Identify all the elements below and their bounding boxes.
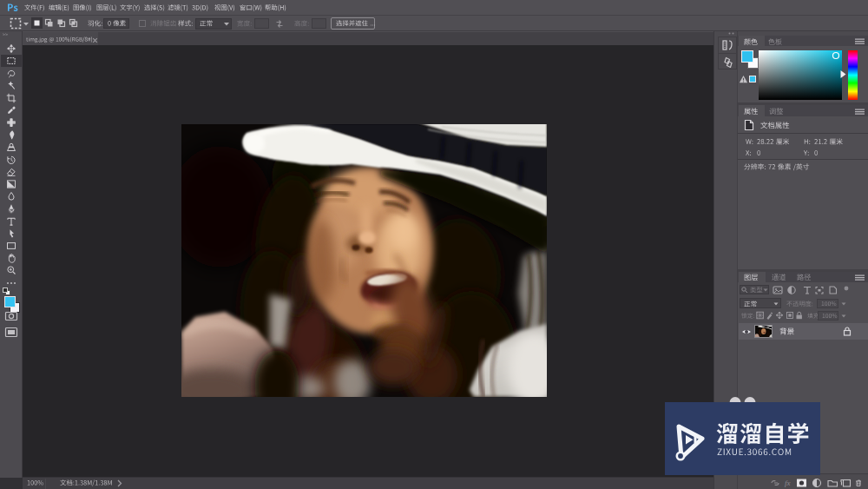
svg-text:fx: fx: [785, 479, 791, 487]
